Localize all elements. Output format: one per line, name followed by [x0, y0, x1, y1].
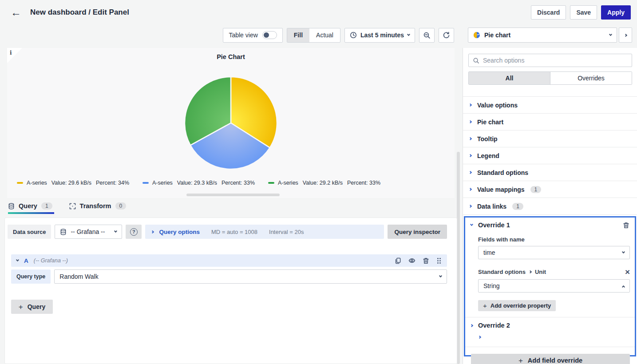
- interval-value: Interval = 20s: [269, 229, 304, 235]
- override-2-expander[interactable]: [465, 329, 635, 340]
- query-inspector-button[interactable]: Query inspector: [388, 225, 447, 239]
- query-row-header[interactable]: A (-- Grafana --): [11, 254, 447, 267]
- legend-item[interactable]: A-series Value: 29.2 kB/s Percent: 33%: [268, 180, 380, 186]
- chevron-right-icon: [151, 230, 154, 233]
- actual-button[interactable]: Actual: [309, 28, 340, 42]
- fill-button[interactable]: Fill: [287, 28, 309, 42]
- chevron-down-icon: [407, 33, 410, 36]
- override-1-title: Override 1: [478, 222, 510, 229]
- chevron-right-icon: [469, 103, 472, 107]
- override-2-header[interactable]: Override 2: [465, 317, 635, 329]
- remove-property-icon[interactable]: ×: [625, 268, 630, 276]
- pie-chart-icon: [473, 32, 480, 39]
- chevron-right-icon: [469, 188, 472, 191]
- add-field-override-label: Add field override: [528, 357, 582, 364]
- query-type-select[interactable]: Random Walk: [54, 269, 447, 284]
- value-mappings-count-badge: 1: [530, 186, 542, 193]
- section-pie-chart[interactable]: Pie chart: [463, 114, 637, 131]
- table-view-toggle[interactable]: [262, 31, 277, 39]
- query-options-bar[interactable]: Query options MD = auto = 1008 Interval …: [145, 225, 384, 239]
- horizontal-scrollbar[interactable]: [186, 194, 280, 196]
- matcher-label: Fields with name: [478, 236, 635, 243]
- trash-icon[interactable]: [423, 257, 429, 264]
- section-data-links[interactable]: Data links 1: [463, 198, 637, 215]
- unit-select[interactable]: String: [478, 279, 630, 293]
- clock-icon: [350, 32, 357, 39]
- legend-value: Value: 29.2 kB/s: [303, 180, 343, 186]
- override-2-title: Override 2: [478, 322, 510, 329]
- panel-title: Pie Chart: [7, 53, 455, 60]
- tab-overrides[interactable]: Overrides: [550, 72, 632, 84]
- tab-transform-label: Transform: [80, 202, 111, 210]
- collapse-options-button[interactable]: [619, 28, 632, 43]
- property-name-label: Unit: [535, 269, 546, 275]
- override-property-header: Standard options Unit ×: [478, 268, 630, 276]
- query-ref-id: A: [24, 257, 28, 264]
- legend-series: A-series: [27, 180, 47, 186]
- query-row-actions: [395, 257, 442, 264]
- add-override-property-button[interactable]: + Add override property: [478, 300, 556, 311]
- section-label: Tooltip: [477, 135, 498, 142]
- override-highlight-block: Override 1 Fields with name time Standar…: [464, 216, 636, 356]
- data-source-help-button[interactable]: ?: [126, 225, 142, 239]
- data-source-value: -- Grafana --: [71, 228, 105, 235]
- data-links-count-badge: 1: [512, 203, 523, 210]
- toggle-knob: [264, 32, 269, 38]
- section-legend[interactable]: Legend: [463, 147, 637, 164]
- data-source-label: Data source: [8, 225, 51, 239]
- divider: [465, 347, 635, 347]
- query-datasource-hint: (-- Grafana --): [34, 257, 68, 264]
- eye-icon[interactable]: [408, 257, 415, 264]
- tab-query[interactable]: Query 1: [8, 202, 52, 214]
- tab-all[interactable]: All: [469, 72, 550, 84]
- page-title: New dashboard / Edit Panel: [30, 8, 129, 17]
- override-1-header[interactable]: Override 1: [465, 218, 635, 229]
- section-standard-options[interactable]: Standard options: [463, 164, 637, 181]
- time-range-label: Last 5 minutes: [360, 32, 404, 39]
- search-icon: [473, 57, 479, 64]
- query-type-label: Query type: [11, 269, 51, 284]
- zoom-out-button[interactable]: [419, 28, 435, 43]
- section-tooltip[interactable]: Tooltip: [463, 131, 637, 147]
- query-editor: Data source -- Grafana -- ? Query option…: [4, 218, 457, 364]
- vertical-scrollbar[interactable]: [457, 152, 460, 364]
- chevron-right-icon: [469, 120, 472, 123]
- section-label: Value mappings: [477, 186, 525, 193]
- edit-panel-page: ← New dashboard / Edit Panel Discard Sav…: [0, 0, 637, 364]
- visualization-name: Pie chart: [484, 32, 510, 39]
- visualization-select[interactable]: Pie chart: [468, 28, 617, 43]
- panel-preview: i Pie Chart A-series: [7, 48, 455, 198]
- add-field-override-button[interactable]: + Add field override: [471, 354, 630, 364]
- legend-value: Value: 29.3 kB/s: [177, 180, 217, 186]
- refresh-icon: [443, 32, 450, 39]
- transform-icon: [69, 203, 76, 210]
- chevron-right-icon: [469, 205, 472, 208]
- drag-handle-icon[interactable]: [436, 257, 442, 264]
- legend-swatch-yellow: [17, 182, 23, 184]
- legend-series: A-series: [278, 180, 298, 186]
- query-options-label: Query options: [159, 229, 200, 235]
- data-source-select[interactable]: -- Grafana --: [55, 225, 122, 239]
- search-options-input[interactable]: [483, 57, 628, 64]
- visualization-row: Pie chart: [463, 28, 637, 43]
- refresh-button[interactable]: [439, 28, 454, 43]
- tab-transform[interactable]: Transform 0: [69, 202, 127, 214]
- duplicate-icon[interactable]: [395, 257, 401, 264]
- legend-item[interactable]: A-series Value: 29.6 kB/s Percent: 34%: [17, 180, 129, 186]
- section-value-options[interactable]: Value options: [463, 97, 637, 114]
- trash-icon[interactable]: [623, 222, 629, 229]
- back-arrow-icon[interactable]: ←: [6, 7, 26, 18]
- legend-item[interactable]: A-series Value: 29.3 kB/s Percent: 33%: [142, 180, 255, 186]
- section-value-mappings[interactable]: Value mappings 1: [463, 181, 637, 198]
- fill-actual-segmented: Fill Actual: [287, 28, 340, 43]
- legend-series: A-series: [152, 180, 173, 186]
- time-range-picker[interactable]: Last 5 minutes: [344, 28, 415, 43]
- chevron-right-icon: [529, 270, 532, 273]
- database-icon: [60, 229, 67, 235]
- matcher-value: time: [483, 249, 495, 256]
- fields-with-name-select[interactable]: time: [478, 246, 630, 259]
- legend-percent: Percent: 33%: [222, 180, 255, 186]
- tab-query-label: Query: [19, 202, 37, 210]
- options-panel: All Overrides Value options Pie chart To…: [463, 48, 637, 364]
- add-query-button[interactable]: + Query: [11, 300, 53, 314]
